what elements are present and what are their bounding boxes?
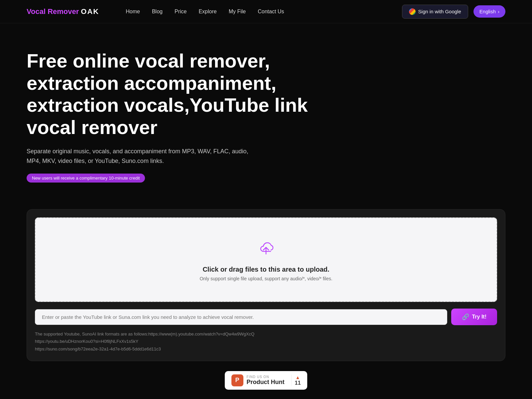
language-label: English — [479, 9, 496, 14]
logo[interactable]: Vocal Remover OAK — [27, 7, 99, 16]
logo-oak-text: OAK — [81, 7, 99, 16]
url-hint-line1: The supported Youtube, SunoAI link forma… — [35, 331, 497, 338]
url-hint-line3: https://suno.com/song/b72eea2e-32a1-4d7e… — [35, 345, 497, 353]
upload-section: Click or drag files to this area to uplo… — [27, 209, 505, 361]
url-input[interactable] — [35, 309, 447, 325]
dropzone-subtitle: Only support single file upload, support… — [200, 276, 332, 281]
link-icon: 🔗 — [462, 313, 469, 321]
hero-subtext: Separate original music, vocals, and acc… — [27, 147, 259, 166]
dropzone-title: Click or drag files to this area to uplo… — [202, 266, 329, 273]
product-hunt-text: FIND US ON Product Hunt — [247, 375, 285, 386]
logo-vocal-text: Vocal Remover — [27, 7, 79, 16]
language-button[interactable]: English › — [473, 5, 505, 18]
nav-contact-us[interactable]: Contact Us — [258, 9, 284, 15]
main-header: Vocal Remover OAK Home Blog Price Explor… — [0, 0, 532, 23]
hero-section: Free online vocal remover, extraction ac… — [0, 23, 366, 209]
product-hunt-logo: P — [231, 374, 243, 386]
main-nav: Home Blog Price Explore My File Contact … — [126, 9, 388, 15]
nav-explore[interactable]: Explore — [199, 9, 216, 15]
chevron-right-icon: › — [498, 9, 499, 14]
google-icon — [409, 8, 416, 15]
hero-headline: Free online vocal remover, extraction ac… — [27, 50, 339, 139]
upload-cloud-icon — [256, 238, 276, 260]
sign-in-google-label: Sign in with Google — [418, 9, 461, 14]
sign-in-google-button[interactable]: Sign in with Google — [402, 5, 468, 19]
product-hunt-badge[interactable]: P FIND US ON Product Hunt ▲ 11 — [225, 371, 308, 390]
nav-my-file[interactable]: My File — [229, 9, 246, 15]
url-hint-line2: https://youtu.be/uDHznorKou0?si=H0f8jNLF… — [35, 338, 497, 345]
upload-dropzone[interactable]: Click or drag files to this area to uplo… — [35, 217, 497, 302]
product-hunt-section: P FIND US ON Product Hunt ▲ 11 — [0, 371, 532, 390]
product-hunt-count: ▲ 11 — [291, 375, 301, 386]
header-right: Sign in with Google English › — [402, 5, 505, 19]
upvote-icon: ▲ — [296, 375, 300, 380]
nav-price[interactable]: Price — [175, 9, 187, 15]
try-it-button[interactable]: 🔗 Try It! — [451, 309, 497, 325]
try-it-label: Try It! — [472, 314, 486, 320]
new-user-badge: New users will receive a complimentary 1… — [27, 174, 145, 183]
nav-blog[interactable]: Blog — [152, 9, 163, 15]
url-input-row: 🔗 Try It! — [35, 309, 497, 325]
product-hunt-number: 11 — [295, 380, 301, 386]
nav-home[interactable]: Home — [126, 9, 140, 15]
product-hunt-find-us: FIND US ON — [247, 375, 285, 379]
product-hunt-name: Product Hunt — [247, 379, 285, 386]
url-hint: The supported Youtube, SunoAI link forma… — [35, 331, 497, 352]
